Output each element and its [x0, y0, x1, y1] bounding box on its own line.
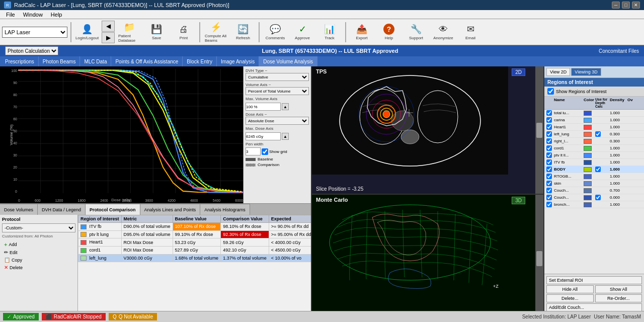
tab-mlc-data[interactable]: MLC Data	[80, 56, 111, 66]
track-button[interactable]: 📊 Track	[317, 21, 342, 44]
compute-all-beams-button[interactable]: ⚡ Compute All Beams	[203, 21, 228, 44]
roi-check[interactable]	[546, 110, 552, 116]
volume-axis-label: Volume Axis ~	[246, 83, 309, 87]
previous-button[interactable]: ◀	[102, 21, 115, 32]
protocol-add-button[interactable]: + Add	[2, 240, 75, 249]
patient-database-button[interactable]: 📁 Patient Database	[117, 21, 142, 44]
roi-check[interactable]	[546, 181, 552, 186]
tab-analysis-lines[interactable]: Analysis Lines and Points	[140, 204, 201, 215]
minimize-button[interactable]: ─	[612, 2, 620, 9]
roi-check[interactable]	[546, 188, 552, 193]
export-button[interactable]: 📤 Export	[349, 21, 374, 44]
protocol-delete-button[interactable]: ✕ Delete	[2, 264, 75, 271]
comments-button[interactable]: 💬 Comments	[263, 21, 288, 44]
window-controls[interactable]: ─ □ ✕	[612, 2, 640, 9]
tps-3d-view: Monte Carlo 3D	[312, 195, 543, 322]
menu-help[interactable]: Help	[47, 10, 66, 19]
roi-color-swatch	[584, 125, 592, 130]
table-row[interactable]: Heart1 ROI Max Dose 53.23 cGy 59.26 cGy …	[78, 238, 311, 247]
tab-block-entry[interactable]: Block Entry	[183, 56, 217, 66]
mc-vscroll-thumb[interactable]	[536, 251, 542, 266]
reorder-button[interactable]: Re-Order...	[595, 294, 642, 302]
title-bar: R RadCalc - LAP Laser - [Lung, SBRT (657…	[0, 0, 644, 10]
roi-check[interactable]	[546, 167, 552, 172]
close-button[interactable]: ✕	[632, 2, 640, 9]
login-logout-button[interactable]: 👤 Login/Logout	[74, 21, 100, 44]
show-roi-checkbox[interactable]	[547, 88, 554, 95]
roi-cell: ITV fb	[78, 223, 122, 231]
table-row[interactable]: left_lung V3000.00 cGy 1.68% of total vo…	[78, 254, 311, 262]
tps-vscrollbar[interactable]	[535, 66, 543, 194]
roi-depth-calc-check[interactable]	[595, 131, 601, 137]
copy-label: Copy	[12, 258, 22, 263]
volume-axis-select[interactable]: Percent of Total Volume	[246, 87, 309, 95]
col-name: Name	[554, 98, 583, 108]
delete-button[interactable]: Delete...	[546, 294, 594, 302]
laser-select[interactable]: LAP Laser	[2, 27, 67, 38]
roi-depth-calc-check[interactable]	[595, 195, 601, 200]
tab-dvh-data[interactable]: DVH Data / Legend	[38, 204, 86, 215]
tps-2d-badge: 2D	[512, 68, 525, 76]
tps-vscroll-thumb[interactable]	[536, 123, 542, 138]
next-button[interactable]: ▶	[102, 32, 115, 43]
max-dose-up-btn[interactable]: ▲	[282, 133, 289, 140]
print-button[interactable]: 🖨 Print	[171, 21, 196, 44]
protocol-custom-select[interactable]: -Custom-	[2, 223, 75, 232]
max-volume-input[interactable]	[246, 103, 281, 111]
roi-color-swatch	[584, 139, 592, 144]
support-button[interactable]: 🔧 Support	[404, 21, 429, 44]
roi-check[interactable]	[546, 159, 552, 165]
calculation-type-select[interactable]: Photon Calculation	[5, 46, 58, 55]
add-edit-couch-button[interactable]: Add/Edit Couch...	[546, 303, 642, 311]
set-external-roi-button[interactable]: Set External ROI	[546, 276, 642, 284]
add-label: Add	[9, 242, 17, 247]
dose-axis-select[interactable]: Absolute Dose	[246, 117, 309, 125]
email-button[interactable]: ✉ Email	[458, 21, 483, 44]
tab-image-analysis[interactable]: Image Analysis	[217, 56, 259, 66]
maximize-button[interactable]: □	[622, 2, 630, 9]
roi-check[interactable]	[546, 131, 552, 137]
roi-check[interactable]	[546, 117, 552, 123]
refresh-button[interactable]: 🔄 Refresh	[230, 21, 256, 44]
dvh-type-select[interactable]: Cumulative	[246, 73, 309, 81]
roi-depth-calc-check[interactable]	[595, 167, 601, 172]
table-row[interactable]: cord1 ROI Max Dose 527.89 cGy 492.10 cGy…	[78, 246, 311, 254]
not-available-text: Q Not Available	[119, 314, 153, 319]
show-all-button[interactable]: Show All	[595, 285, 642, 293]
approve-button[interactable]: ✓ Approve	[290, 21, 315, 44]
roi-check[interactable]	[546, 124, 552, 130]
max-dose-input[interactable]	[246, 132, 281, 140]
table-row[interactable]: ptv lt lung D95.0% of total volume 99.10…	[78, 230, 311, 238]
tab-dose-volumes[interactable]: Dose Volumes	[0, 204, 38, 215]
max-volume-up-btn[interactable]: ▲	[282, 103, 289, 110]
tab-photon-beams[interactable]: Photon Beams	[39, 56, 80, 66]
roi-check[interactable]	[546, 152, 552, 158]
roi-check[interactable]	[546, 138, 552, 144]
tab-dose-volume-analysis[interactable]: Dose Volume Analysis	[259, 56, 317, 66]
view-2d-button[interactable]: View 2D	[546, 68, 570, 76]
tab-protocol-comparison[interactable]: Protocol Comparison	[86, 204, 140, 215]
anonymize-button[interactable]: 👁 Anonymize	[431, 21, 456, 44]
tab-analysis-histograms[interactable]: Analysis Histograms	[200, 204, 250, 215]
show-grid-checkbox[interactable]	[262, 148, 268, 155]
protocol-copy-button[interactable]: 📋 Copy	[2, 256, 75, 264]
concomitant-files-button[interactable]: Concomitant Files	[599, 48, 639, 54]
help-button[interactable]: ? Help	[376, 21, 401, 44]
roi-check[interactable]	[546, 174, 552, 179]
protocol-edit-button[interactable]: ✏ Edit	[2, 249, 75, 256]
table-row[interactable]: ITV fb D90.0% of total volume 107.10% of…	[78, 223, 311, 231]
tab-prescriptions[interactable]: Prescriptions	[1, 56, 39, 66]
menu-file[interactable]: File	[2, 10, 19, 19]
roi-check[interactable]	[546, 145, 552, 151]
mc-vscrollbar[interactable]	[535, 195, 543, 322]
viewing-3d-button[interactable]: Viewing 3D	[571, 68, 601, 76]
roi-check[interactable]	[546, 195, 552, 200]
roi-check[interactable]	[546, 202, 552, 207]
roi-density: 1.000	[610, 202, 627, 207]
pen-width-input[interactable]	[246, 147, 261, 155]
hide-all-button[interactable]: Hide All	[546, 285, 594, 293]
save-button[interactable]: 💾 Save	[144, 21, 169, 44]
tab-points-off-axis[interactable]: Points & Off Axis Assistance	[111, 56, 183, 66]
menu-window[interactable]: Window	[19, 10, 47, 19]
roi-name: left_lung	[554, 132, 583, 136]
